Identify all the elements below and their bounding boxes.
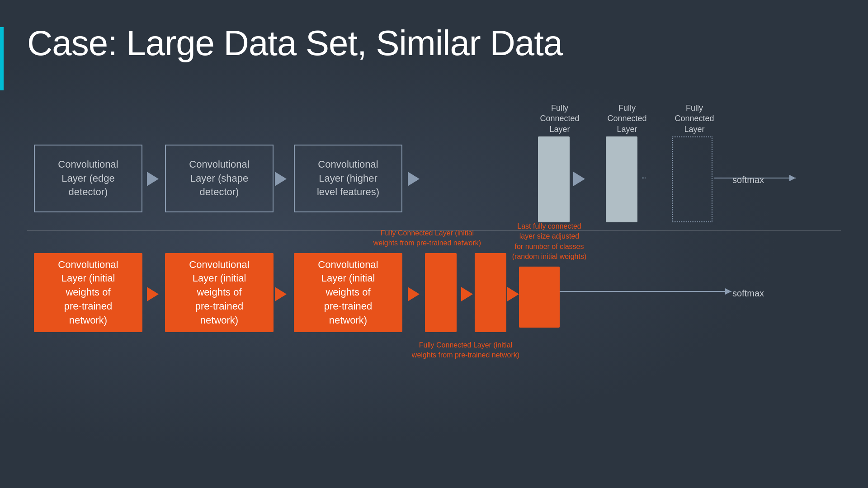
- fc-label-2: FullyConnectedLayer: [598, 103, 656, 135]
- accent-bar: [0, 27, 4, 90]
- annotation-fc-bot: Fully Connected Layer (initialweights fr…: [402, 340, 529, 361]
- arrow-bot-1: [147, 287, 159, 301]
- arrow-bot-5: [507, 287, 519, 301]
- conv-box-bot-1: ConvolutionalLayer (initialweights ofpre…: [34, 253, 142, 332]
- softmax-label-bot: softmax: [732, 288, 764, 299]
- fc-label-1: FullyConnectedLayer: [528, 103, 591, 135]
- conv-box-top-2: ConvolutionalLayer (shapedetector): [165, 145, 274, 212]
- fc-bar-orange-3: [519, 267, 560, 328]
- conv-box-bot-3: ConvolutionalLayer (initialweights ofpre…: [294, 253, 402, 332]
- arrow-bot-3: [408, 287, 420, 301]
- arrow-top-2: [275, 172, 287, 186]
- conv-box-top-3: ConvolutionalLayer (higherlevel features…: [294, 145, 402, 212]
- arrow-bot-2: [275, 287, 287, 301]
- arrow-top-4: [573, 172, 585, 186]
- arrow-bot-4: [461, 287, 473, 301]
- arrow-top-1: [147, 172, 159, 186]
- annotation-last-fc: Last fully connectedlayer size adjustedf…: [497, 221, 601, 262]
- softmax-label-top: softmax: [732, 175, 764, 185]
- conv-box-bot-2: ConvolutionalLayer (initialweights ofpre…: [165, 253, 274, 332]
- fc-bar-orange-2: [475, 253, 506, 332]
- fc-bar-solid-1: [538, 136, 570, 222]
- fc-bar-solid-2: [606, 136, 637, 222]
- softmax-arrow-bot: [560, 291, 731, 292]
- arrow-dotted: ···: [641, 172, 645, 183]
- annotation-fc-initial: Fully Connected Layer (initialweights fr…: [371, 228, 484, 249]
- page-title: Case: Large Data Set, Similar Data: [27, 23, 562, 64]
- conv-box-top-1: ConvolutionalLayer (edgedetector): [34, 145, 142, 212]
- fc-bar-orange-1: [425, 253, 457, 332]
- fc-dotted-box: [672, 136, 712, 222]
- fc-label-3: FullyConnectedLayer: [665, 103, 724, 135]
- arrow-top-3: [408, 172, 420, 186]
